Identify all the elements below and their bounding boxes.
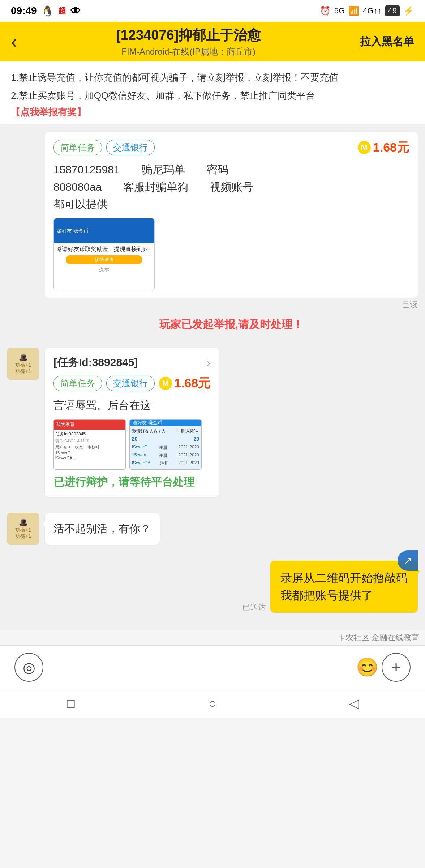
message-1: 简单任务 交通银行 M 1.68元 15870125981 骗尼玛单 密码808…: [7, 132, 418, 332]
watermark: 卡农社区 金融在线教育: [0, 630, 425, 645]
msg4-text: 录屏从二维码开始撸敲码我都把账号提供了: [280, 569, 408, 604]
chat-title: [1234076]抑郁止于治愈: [17, 26, 360, 44]
msg1-read-row: 已读: [45, 299, 418, 310]
warning-banner: 1.禁止诱导充值，让你充值的都可视为骗子，请立刻举报，立刻举报！不要充值 2.禁…: [0, 61, 425, 125]
report-link[interactable]: 【点我举报有奖】: [11, 106, 86, 119]
float-share-button[interactable]: ↗: [398, 550, 418, 571]
bottom-toolbar: ◎ 😊 +: [0, 645, 425, 689]
emoji-button[interactable]: 😊: [353, 653, 382, 682]
reward-m-icon-1: M: [358, 141, 371, 154]
back-button[interactable]: ‹: [11, 31, 17, 52]
msg3-bubble: 活不起别活，有你？: [45, 513, 160, 545]
chat-area: 简单任务 交通银行 M 1.68元 15870125981 骗尼玛单 密码808…: [0, 125, 425, 630]
message-4: 已送达 录屏从二维码开始撸敲码我都把账号提供了: [7, 561, 418, 613]
signal-4g: 4G↑↑: [363, 6, 381, 16]
warning-text-2: 2.禁止买卖账号，加QQ微信好友、加群，私下做任务，禁止推广同类平台: [11, 88, 414, 103]
plus-icon: +: [391, 658, 401, 676]
msg1-content: 简单任务 交通银行 M 1.68元 15870125981 骗尼玛单 密码808…: [45, 132, 418, 332]
screenshot-thumb-2[interactable]: 游好友 赚金币 邀请好友人数 / 人 注册达标/人 20 20: [129, 419, 202, 470]
invite-row-3: lSeverGA 注册 2021-2020: [132, 460, 199, 468]
avatar-2: 🎩 功德+1 功德+1: [7, 348, 39, 380]
warning-text-1: 1.禁止诱导充值，让你充值的都可视为骗子，请立刻举报，立刻举报！不要充值: [11, 70, 414, 85]
signal-bars: 📶: [348, 6, 359, 16]
tag-simple-2: 简单任务: [53, 376, 102, 391]
msg2-screenshots: 我的季系 任务Id:3892845 骗你 S4 (11.4.11.3) ... …: [53, 419, 210, 470]
eye-icon: 👁: [70, 5, 81, 17]
home-icon: ○: [209, 696, 216, 711]
reward-1: M 1.68元: [358, 139, 409, 156]
qq-icon: 🐧: [41, 5, 54, 17]
message-3: 🎩 功德+1 功德+1 活不起别活，有你？: [7, 513, 418, 545]
chat-subtitle: FIM-Android-在线(IP属地：商丘市): [17, 46, 360, 58]
invite-body: 邀请好友人数 / 人 注册达标/人 20 20 lSeverG 注册 2021-…: [130, 426, 201, 470]
tag-bank-2: 交通银行: [106, 376, 155, 391]
delivered-status: 已送达: [242, 602, 266, 613]
read-status-1: 已读: [402, 299, 418, 310]
message-2: 🎩 功德+1 功德+1 [任务Id:3892845] › 简单任务 交通银行 M…: [7, 348, 418, 497]
alarm-icon: ⏰: [320, 6, 331, 16]
task-id-2: [任务Id:3892845]: [53, 355, 138, 370]
msg1-bubble: 简单任务 交通银行 M 1.68元 15870125981 骗尼玛单 密码808…: [45, 132, 418, 298]
battery-level: 49: [385, 5, 400, 16]
reward-amount-1: 1.68元: [373, 139, 409, 156]
msg3-text: 活不起别活，有你？: [53, 520, 151, 537]
blacklist-button[interactable]: 拉入黑名单: [360, 34, 414, 49]
tag-bank-1: 交通银行: [106, 140, 155, 155]
thumb-content: 邀请好友赚取奖励金，提现直接到账 接受邀请 提示: [54, 243, 154, 290]
back-nav-icon: ◁: [349, 696, 359, 711]
invite-header-text: 游好友 赚金币: [133, 420, 162, 426]
battery-icon: ⚡: [403, 6, 414, 16]
nfc-icon: ◎: [23, 659, 35, 676]
status-right: ⏰ 5G 📶 4G↑↑ 49 ⚡: [320, 5, 414, 16]
bottom-nav: □ ○ ◁: [0, 689, 425, 718]
msg4-bubble: 录屏从二维码开始撸敲码我都把账号提供了: [270, 561, 418, 613]
invite-row-1: lSeverG 注册 2021-2020: [132, 444, 199, 452]
task-arrow-2: ›: [207, 357, 210, 369]
msg1-screenshot[interactable]: 游好友 赚金币 邀请好友赚取奖励金，提现直接到账 接受邀请 提示: [53, 218, 155, 290]
status-left: 09:49 🐧 超 👁: [11, 5, 81, 17]
watermark-text: 卡农社区 金融在线教育: [338, 633, 419, 642]
emoji-icon: 😊: [356, 657, 378, 678]
invite-row-2: 15everd 注册 2021-2020: [132, 452, 199, 460]
status-bar: 09:49 🐧 超 👁 ⏰ 5G 📶 4G↑↑ 49 ⚡: [0, 0, 425, 22]
thumb-top: 游好友 赚金币: [54, 218, 154, 243]
nav-square[interactable]: □: [58, 694, 83, 712]
msg2-task-header[interactable]: [任务Id:3892845] ›: [53, 355, 210, 370]
reward-2: M 1.68元: [159, 375, 210, 392]
nav-title-wrap: [1234076]抑郁止于治愈 FIM-Android-在线(IP属地：商丘市): [17, 26, 360, 58]
msg2-tags-row: 简单任务 交通银行 M 1.68元: [53, 375, 210, 392]
avatar-3: 🎩 功德+1 功德+1: [7, 513, 39, 545]
nav-home[interactable]: ○: [200, 694, 225, 712]
nav-bar: ‹ [1234076]抑郁止于治愈 FIM-Android-在线(IP属地：商丘…: [0, 22, 425, 61]
status-icon: 超: [58, 5, 66, 16]
nav-back[interactable]: ◁: [342, 694, 367, 712]
signal-5g: 5G: [334, 6, 345, 16]
msg1-text: 15870125981 骗尼玛单 密码808080aa 客服封骗单狗 视频账号都…: [53, 161, 409, 213]
reward-m-icon-2: M: [159, 377, 172, 390]
msg1-tags-row: 简单任务 交通银行 M 1.68元: [53, 139, 409, 156]
invite-header: 游好友 赚金币: [130, 420, 201, 426]
time-display: 09:49: [11, 5, 37, 17]
msg2-task-card: [任务Id:3892845] › 简单任务 交通银行 M 1.68元 言语辱骂。…: [45, 348, 219, 497]
screenshot-thumb-1[interactable]: 我的季系 任务Id:3892845 骗你 S4 (11.4.11.3) ... …: [53, 419, 126, 470]
add-button[interactable]: +: [382, 653, 411, 682]
msg2-text: 言语辱骂。后台在这: [53, 397, 210, 414]
square-icon: □: [67, 696, 75, 711]
reported-status: 玩家已发起举报,请及时处理！: [45, 317, 418, 332]
reward-amount-2: 1.68元: [174, 375, 210, 392]
tag-simple-1: 简单任务: [53, 140, 102, 155]
thumb-btn: 接受邀请: [66, 255, 143, 264]
defense-status: 已进行辩护，请等待平台处理: [53, 475, 210, 490]
nfc-button[interactable]: ◎: [14, 653, 43, 682]
thumb-top-text: 游好友 赚金币: [57, 228, 89, 234]
